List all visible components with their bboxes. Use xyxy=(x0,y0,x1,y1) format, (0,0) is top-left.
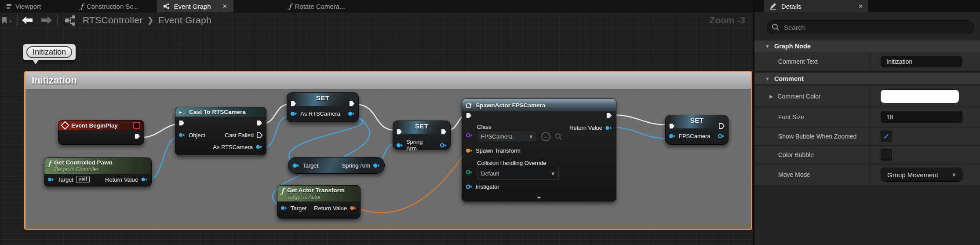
color-bubble-checkbox[interactable] xyxy=(881,149,892,161)
instigator-pin[interactable] xyxy=(466,184,473,190)
blueprint-editor: Viewport ƒ Construction Sc... Event Grap… xyxy=(0,0,980,245)
var-out-pin[interactable] xyxy=(348,111,355,117)
comment-text-input[interactable]: Initization xyxy=(881,56,962,67)
node-header: ƒ Get Actor Transform Target is Actor xyxy=(277,186,360,201)
move-mode-value: Group Movement xyxy=(887,171,938,179)
node-title: Event BeginPlay xyxy=(71,122,118,129)
node-get-actor-transform[interactable]: ƒ Get Actor Transform Target is Actor Ta… xyxy=(277,185,361,219)
move-mode-dropdown[interactable]: Group Movement ∨ xyxy=(881,168,962,182)
breadcrumb-root[interactable]: RTSController xyxy=(83,15,143,26)
cast-icon: ▸→ xyxy=(179,109,186,115)
node-set-spring-arm[interactable]: SET Spring Arm xyxy=(393,121,451,150)
section-comment[interactable]: ▼ Comment xyxy=(754,73,980,85)
row-label: Move Mode xyxy=(754,171,870,178)
var-in-pin[interactable] xyxy=(290,111,298,117)
exec-out-pin[interactable] xyxy=(606,112,612,119)
as-rtscamera-pin[interactable] xyxy=(255,144,263,150)
self-pill[interactable]: self xyxy=(76,176,90,183)
browse-icon[interactable] xyxy=(555,133,562,140)
row-expander-icon[interactable]: ▶ xyxy=(769,94,773,99)
node-set-as-rtscamera[interactable]: SET As RTSCamera xyxy=(287,92,359,122)
node-header: ▸→ Cast To RTSCamera xyxy=(175,107,266,117)
node-spawnactor-fpscamera[interactable]: SpawnActor FPSCamera Return Value Class … xyxy=(462,99,616,201)
exec-in-pin[interactable] xyxy=(290,100,297,107)
exec-out-pin[interactable] xyxy=(256,120,263,126)
close-tab-icon[interactable]: ✕ xyxy=(222,3,227,10)
target-pin[interactable] xyxy=(281,205,288,211)
details-search[interactable] xyxy=(767,20,974,34)
forward-button[interactable] xyxy=(40,12,53,28)
node-get-controlled-pawn[interactable]: ƒ Get Controlled Pawn Target is Controll… xyxy=(44,157,152,186)
comment-bubble: Initization xyxy=(23,44,76,60)
node-title-block: Get Actor Transform Target is Actor xyxy=(287,187,345,200)
collision-pin[interactable] xyxy=(466,169,473,175)
font-size-input[interactable]: 18 xyxy=(881,111,962,123)
search-input[interactable] xyxy=(783,23,969,32)
return-value-pin[interactable] xyxy=(350,205,357,211)
tab-details[interactable]: Details ✕ xyxy=(764,0,868,12)
node-get-spring-arm[interactable]: Target Spring Arm xyxy=(288,157,385,174)
exec-in-pin[interactable] xyxy=(396,128,403,135)
node-event-beginplay[interactable]: Event BeginPlay xyxy=(58,120,144,145)
class-pin[interactable] xyxy=(466,132,473,138)
use-selected-icon[interactable]: ← xyxy=(541,132,550,141)
breadcrumb-current[interactable]: Event Graph xyxy=(158,15,211,26)
cast-failed-exec-pin[interactable] xyxy=(256,132,263,139)
close-panel-icon[interactable]: ✕ xyxy=(858,3,863,10)
comment-color-swatch[interactable] xyxy=(881,90,959,103)
var-row: FPSCamera xyxy=(666,133,728,139)
exec-out-pin[interactable] xyxy=(441,128,447,135)
node-title: Cast To RTSCamera xyxy=(189,109,246,115)
section-expander-icon[interactable]: ▼ xyxy=(765,76,770,81)
exec-in-pin[interactable] xyxy=(669,123,675,129)
collision-dropdown[interactable]: Default ∨ xyxy=(477,167,559,180)
back-button[interactable] xyxy=(21,12,33,28)
tab-event-graph[interactable]: Event Graph ✕ xyxy=(157,0,233,12)
expand-node-icon[interactable]: ⌄ xyxy=(462,192,616,200)
bookmark-icon[interactable] xyxy=(2,12,7,28)
class-dropdown[interactable]: FPSCamera ∨ xyxy=(477,131,537,142)
target-pin[interactable] xyxy=(47,177,55,182)
show-bubble-checkbox[interactable]: ✓ xyxy=(881,131,892,142)
spawn-transform-pin[interactable] xyxy=(466,148,473,154)
var-row: As RTSCamera xyxy=(287,110,358,117)
tab-viewport[interactable]: Viewport xyxy=(0,0,47,12)
section-expander-icon[interactable]: ▼ xyxy=(765,44,770,49)
exec-out-pin[interactable] xyxy=(134,133,141,139)
row-comment-color: ▶ Comment Color xyxy=(754,86,980,107)
pin-label-as-rtscamera: As RTSCamera xyxy=(213,144,253,150)
pin-label-instigator: Instigator xyxy=(476,183,499,190)
comment-title[interactable]: Initization xyxy=(26,72,751,89)
exec-out-pin[interactable] xyxy=(718,123,725,129)
var-in-pin[interactable] xyxy=(396,143,404,148)
row-value xyxy=(870,86,980,106)
tab-rotate-camera[interactable]: ƒ Rotate Camera... xyxy=(283,0,351,12)
pin-row xyxy=(58,130,144,142)
return-value-pin[interactable] xyxy=(605,125,612,131)
node-cast-to-rtscamera[interactable]: ▸→ Cast To RTSCamera Object Cast Failed … xyxy=(175,107,266,155)
exec-out-pin[interactable] xyxy=(349,100,355,107)
exec-row xyxy=(666,123,728,129)
breadcrumb-separator-icon: ❯ xyxy=(147,15,154,25)
comment-node[interactable]: Initization xyxy=(24,71,752,230)
graph-icon xyxy=(163,3,170,9)
target-pin[interactable] xyxy=(292,163,300,168)
row-label: Font Size xyxy=(754,113,870,121)
bookmark-chevron-icon[interactable]: ⌄ xyxy=(8,12,13,28)
exec-row xyxy=(287,100,358,107)
class-pin-wrap xyxy=(466,132,473,138)
exec-in-pin[interactable] xyxy=(466,112,472,119)
value-out-pin[interactable] xyxy=(373,163,380,168)
var-out-pin[interactable] xyxy=(718,133,725,139)
var-out-pin[interactable] xyxy=(440,143,447,148)
chevron-down-icon: ∨ xyxy=(551,170,555,176)
tab-construction-script[interactable]: ƒ Construction Sc... xyxy=(74,0,145,12)
var-in-pin[interactable] xyxy=(669,133,676,139)
exec-in-pin[interactable] xyxy=(179,120,185,126)
row-label: Show Bubble When Zoomed xyxy=(754,133,870,140)
object-pin[interactable] xyxy=(179,132,186,138)
node-set-fpscamera[interactable]: SET FPSCamera xyxy=(665,115,729,145)
instigator-row: Instigator xyxy=(466,183,499,190)
section-graph-node[interactable]: ▼ Graph Node xyxy=(754,40,980,52)
return-value-pin[interactable] xyxy=(141,177,148,182)
